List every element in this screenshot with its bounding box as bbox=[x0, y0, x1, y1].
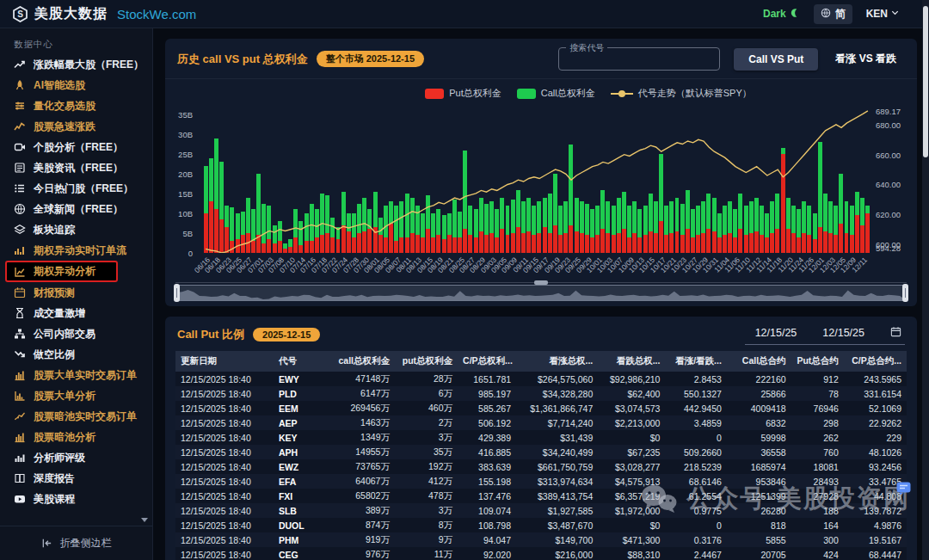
brand-site: StockWe.com bbox=[117, 7, 196, 22]
table-row-SLB[interactable]: 12/15/2025 18:40SLB389万3万109.074$1,927,5… bbox=[175, 503, 907, 518]
sidebar-item-11[interactable]: 期权异动分析 bbox=[5, 261, 118, 282]
table-row-APH[interactable]: 12/15/2025 18:40APH14955万35万416.885$34,2… bbox=[175, 445, 907, 459]
sidebar-item-17[interactable]: 股票大单分析 bbox=[0, 385, 152, 406]
data-cell: 78 bbox=[791, 386, 844, 401]
theme-toggle[interactable]: Dark bbox=[763, 8, 800, 21]
sidebar-item-16[interactable]: 股票大单实时交易订单 bbox=[0, 365, 152, 385]
data-cell: 818 bbox=[727, 518, 791, 532]
legend-item[interactable]: Put总权利金 bbox=[425, 87, 501, 100]
sidebar-item-5[interactable]: 个股分析（FREE） bbox=[0, 137, 152, 157]
date-from[interactable]: 12/15/25 bbox=[755, 327, 797, 339]
sidebar-item-label: 全球新闻（FREE） bbox=[34, 202, 123, 217]
sidebar-item-3[interactable]: 量化交易选股 bbox=[0, 95, 152, 116]
table-row-AEP[interactable]: 12/15/2025 18:40AEP1463万2万506.192$7,714,… bbox=[175, 415, 907, 430]
column-header-9[interactable]: Call总合约 bbox=[727, 351, 791, 372]
datazoom-handle-right[interactable] bbox=[902, 284, 908, 302]
sidebar-item-15[interactable]: 做空比例 bbox=[0, 344, 152, 365]
datazoom-slider[interactable] bbox=[175, 280, 907, 301]
data-cell: 429.389 bbox=[458, 430, 516, 445]
sidebar-item-6[interactable]: 美股资讯（FREE） bbox=[0, 157, 152, 178]
sidebar-item-label: 期权异动分析 bbox=[34, 264, 95, 279]
column-header-2[interactable]: 代号 bbox=[274, 351, 319, 372]
data-cell: 298 bbox=[791, 415, 844, 430]
bull-vs-bear-button[interactable]: 看涨 VS 看跌 bbox=[827, 46, 905, 71]
table-row-EFA[interactable]: 12/15/2025 18:40EFA64067万412万155.198$313… bbox=[175, 474, 907, 489]
legend-item[interactable]: 代号走势（默认标普SPY） bbox=[611, 87, 752, 100]
column-header-3[interactable]: call总权利金 bbox=[319, 351, 395, 372]
bar-analysis-icon bbox=[14, 390, 26, 402]
table-row-EEM[interactable]: 12/15/2025 18:40EEM269456万460万585.267$1,… bbox=[175, 401, 907, 415]
date-to[interactable]: 12/15/25 bbox=[822, 327, 864, 339]
moon-icon bbox=[790, 8, 800, 21]
sidebar-item-22[interactable]: 美股课程 bbox=[0, 489, 152, 509]
column-header-10[interactable]: Put总合约 bbox=[791, 351, 844, 372]
scrollbar-thumb[interactable] bbox=[923, 6, 928, 157]
sidebar-item-4[interactable]: 股票急速涨跌 bbox=[0, 116, 152, 137]
calendar-icon[interactable] bbox=[890, 325, 901, 341]
datazoom-band[interactable] bbox=[175, 285, 907, 301]
sidebar-item-label: 今日热门股（FREE） bbox=[34, 182, 133, 196]
legend-item[interactable]: Call总权利金 bbox=[517, 87, 595, 100]
date-range-picker[interactable]: 12/15/25 12/15/25 bbox=[745, 323, 905, 345]
ticker-cell: FXI bbox=[274, 489, 319, 503]
brand-title: 美股大数据 bbox=[34, 5, 108, 23]
column-header-7[interactable]: 看跌总权... bbox=[598, 351, 665, 372]
sidebar-item-2[interactable]: AI智能选股 bbox=[0, 75, 152, 95]
user-menu[interactable]: KEN bbox=[866, 8, 900, 20]
table-row-DUOL[interactable]: 12/15/2025 18:40DUOL874万8万108.798$3,487,… bbox=[175, 518, 907, 532]
sidebar-item-19[interactable]: 股票暗池分析 bbox=[0, 427, 152, 447]
data-cell: 550.1327 bbox=[665, 386, 726, 401]
sidebar-item-13[interactable]: 成交量激增 bbox=[0, 303, 152, 323]
table-header-row: 更新日期代号call总权利金put总权利金C/P总权利...看涨总权...看跌总… bbox=[175, 351, 907, 372]
sidebar-item-9[interactable]: 板块追踪 bbox=[0, 219, 152, 240]
sidebar-item-18[interactable]: 股票暗池实时交易订单 bbox=[0, 406, 152, 427]
sidebar-item-10[interactable]: 期权异动实时订单流 bbox=[0, 240, 152, 261]
column-header-8[interactable]: 看涨/看跌... bbox=[665, 351, 726, 372]
table-row-PLD[interactable]: 12/15/2025 18:40PLD6147万6万985.197$34,328… bbox=[175, 386, 907, 401]
spy-line bbox=[203, 107, 871, 253]
sidebar-scroll-caret[interactable] bbox=[141, 518, 148, 522]
sidebar-item-label: 财报预测 bbox=[34, 286, 75, 300]
sidebar-item-14[interactable]: 公司内部交易 bbox=[0, 323, 152, 344]
data-cell: 218.5239 bbox=[665, 459, 726, 474]
sidebar-item-12[interactable]: 财报预测 bbox=[0, 282, 152, 303]
news-icon bbox=[14, 162, 26, 174]
datazoom-grip[interactable] bbox=[534, 280, 548, 285]
data-cell: $2,213,000 bbox=[598, 415, 665, 430]
collapse-sidebar-button[interactable]: 折叠侧边栏 bbox=[0, 526, 152, 560]
data-cell: 76946 bbox=[791, 401, 844, 415]
sidebar-item-21[interactable]: 深度报告 bbox=[0, 468, 152, 489]
y-right-tick: 620.00 bbox=[876, 210, 901, 219]
language-switch[interactable]: 简 bbox=[814, 4, 852, 24]
table-title: Call Put 比例 bbox=[177, 327, 244, 342]
data-cell: 12/15/2025 18:40 bbox=[175, 474, 274, 489]
sidebar-item-8[interactable]: 全球新闻（FREE） bbox=[0, 199, 152, 219]
table-row-FXI[interactable]: 12/15/2025 18:40FXI65802万478万137.476$389… bbox=[175, 489, 907, 503]
column-header-6[interactable]: 看涨总权... bbox=[516, 351, 598, 372]
datazoom-handle-left[interactable] bbox=[174, 284, 180, 302]
table-row-CEG[interactable]: 12/15/2025 18:40CEG976万11万92.020$216,000… bbox=[175, 547, 907, 560]
sidebar-item-1[interactable]: 涨跌幅最大股（FREE） bbox=[0, 54, 152, 75]
column-header-5[interactable]: C/P总权利... bbox=[458, 351, 516, 372]
table-row-EWZ[interactable]: 12/15/2025 18:40EWZ73765万192万383.639$661… bbox=[175, 459, 907, 474]
brand[interactable]: S 美股大数据 StockWe.com bbox=[12, 5, 196, 23]
table-row-KEY[interactable]: 12/15/2025 18:40KEY1349万3万429.389$31,439… bbox=[175, 430, 907, 445]
data-cell: 442.9450 bbox=[665, 401, 726, 415]
sidebar-item-20[interactable]: 分析师评级 bbox=[0, 447, 152, 468]
sidebar-item-7[interactable]: 今日热门股（FREE） bbox=[0, 178, 152, 199]
data-cell: 65802万 bbox=[319, 489, 395, 503]
column-header-1[interactable]: 更新日期 bbox=[175, 351, 274, 372]
sidebar-item-label: 股票大单实时交易订单 bbox=[34, 368, 137, 383]
page-scrollbar[interactable] bbox=[922, 0, 929, 560]
call-vs-put-button[interactable]: Call VS Put bbox=[734, 48, 818, 71]
column-header-11[interactable]: C/P总合约... bbox=[844, 351, 907, 372]
chat-bubble-button[interactable] bbox=[896, 482, 911, 499]
chart-plot-area: 35B30B25B20B15B10B5B0 689.17680.00660.00… bbox=[203, 107, 871, 253]
sidebar-item-label: 板块追踪 bbox=[34, 223, 75, 237]
column-header-4[interactable]: put总权利金 bbox=[395, 351, 458, 372]
table-row-EWY[interactable]: 12/15/2025 18:40EWY47148万28万1651.781$264… bbox=[175, 372, 907, 386]
table-row-PHM[interactable]: 12/15/2025 18:40PHM919万9万94.047$149,700$… bbox=[175, 532, 907, 547]
data-cell: 4.9876 bbox=[844, 518, 907, 532]
symbol-search-box: 搜索代号 bbox=[558, 47, 720, 71]
user-name: KEN bbox=[866, 8, 888, 20]
